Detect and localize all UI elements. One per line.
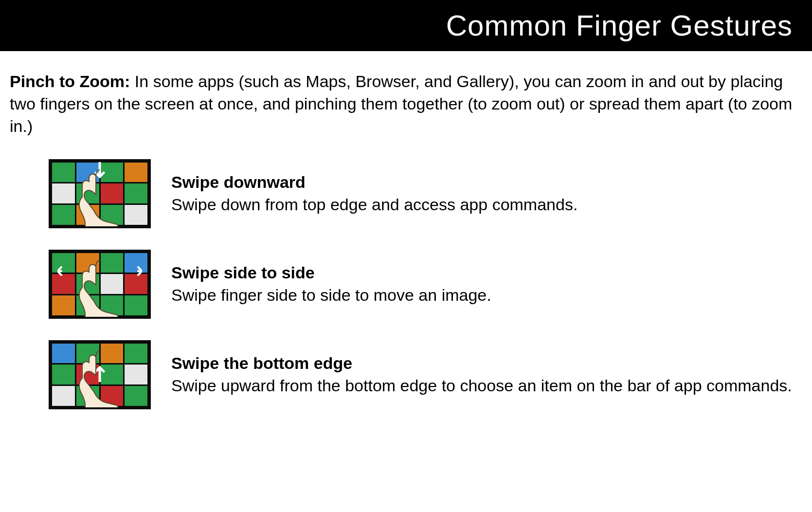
- swipe-up-icon: [49, 340, 151, 409]
- gesture-swipe-down: Swipe downward Swipe down from top edge …: [49, 159, 793, 228]
- swipe-side-icon: [49, 250, 151, 319]
- swipe-down-icon: [49, 159, 151, 228]
- gesture-title: Swipe side to side: [171, 262, 491, 284]
- gesture-description: Swipe finger side to side to move an ima…: [171, 284, 491, 307]
- page-title: Common Finger Gestures: [0, 0, 812, 51]
- gesture-swipe-side: Swipe side to side Swipe finger side to …: [49, 250, 793, 319]
- intro-label: Pinch to Zoom:: [10, 72, 130, 91]
- intro-text: Pinch to Zoom: In some apps (such as Map…: [10, 71, 793, 138]
- gesture-title: Swipe downward: [171, 171, 577, 194]
- gesture-description: Swipe upward from the bottom edge to cho…: [171, 375, 792, 397]
- gesture-description: Swipe down from top edge and access app …: [171, 194, 577, 216]
- gesture-title: Swipe the bottom edge: [171, 352, 792, 375]
- gesture-swipe-up: Swipe the bottom edge Swipe upward from …: [49, 340, 793, 409]
